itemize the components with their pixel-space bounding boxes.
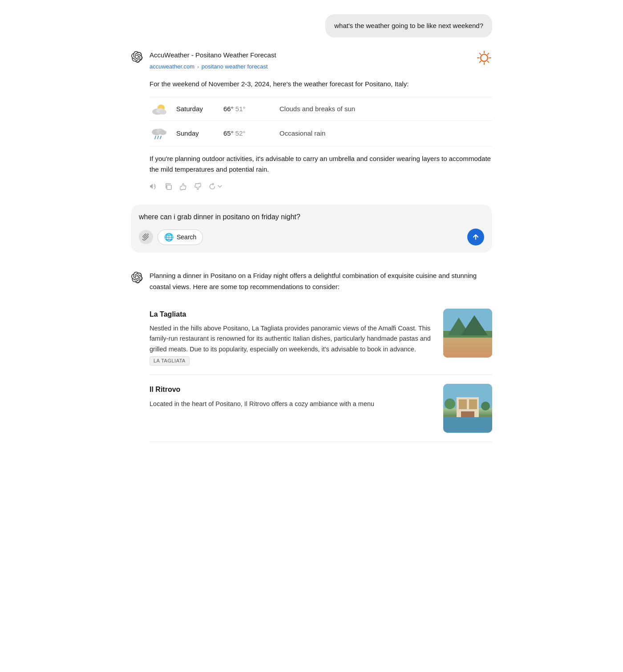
paperclip-icon: [142, 233, 150, 241]
speaker-icon: [150, 182, 158, 190]
saturday-weather-icon: [150, 102, 169, 116]
source-domain[interactable]: accuweather.com: [150, 62, 194, 72]
svg-point-28: [465, 345, 470, 349]
svg-line-7: [487, 53, 489, 55]
openai-logo-icon: [131, 51, 143, 63]
source-page[interactable]: positano weather forecast: [202, 62, 268, 72]
saturday-day: Saturday: [176, 104, 216, 114]
weather-row-saturday: Saturday 66° 51° Clouds and breaks of su…: [150, 97, 492, 121]
sunday-high: 65°: [223, 129, 234, 137]
svg-rect-26: [452, 348, 483, 350]
sunday-low: 52°: [235, 129, 246, 137]
refresh-icon: [209, 183, 216, 190]
restaurant-card-la-tagliata: La Tagliata Nestled in the hills above P…: [150, 300, 492, 375]
il-ritrovo-description: Located in the heart of Positano, Il Rit…: [150, 399, 435, 409]
svg-point-15: [159, 130, 166, 135]
weather-row-sunday: Sunday 65° 52° Occasional rain: [150, 121, 492, 146]
svg-line-16: [155, 136, 156, 139]
sun-weather-icon: [476, 50, 492, 66]
user-message-1-row: what's the weather going to be like next…: [131, 14, 492, 37]
svg-line-17: [158, 136, 158, 139]
copy-button[interactable]: [165, 183, 172, 190]
svg-rect-19: [167, 185, 171, 189]
svg-line-6: [487, 61, 489, 62]
weather-intro-text: For the weekend of November 2-3, 2024, h…: [150, 79, 492, 90]
rainy-icon: [150, 125, 168, 141]
weather-response-content: AccuWeather - Positano Weather Forecast …: [150, 50, 492, 190]
svg-rect-23: [443, 344, 492, 358]
assistant-avatar-1: [131, 51, 143, 63]
thumbs-up-button[interactable]: [179, 183, 187, 190]
thumbs-down-icon: [194, 183, 202, 190]
weather-advice-text: If you're planning outdoor activities, i…: [150, 153, 492, 176]
dinner-response-content: Planning a dinner in Positano on a Frida…: [150, 270, 492, 442]
user-message-1-bubble: what's the weather going to be like next…: [325, 14, 492, 37]
thumbs-up-icon: [179, 183, 187, 190]
input-area[interactable]: where can i grab dinner in positano on f…: [131, 205, 492, 253]
dinner-response-block: Planning a dinner in Positano on a Frida…: [131, 270, 492, 442]
il-ritrovo-illustration: [443, 384, 492, 433]
sunday-temps: 65° 52°: [223, 128, 272, 139]
user-message-1-text: what's the weather going to be like next…: [334, 22, 483, 29]
il-ritrovo-info: Il Ritrovo Located in the heart of Posit…: [150, 384, 435, 433]
regenerate-button[interactable]: [209, 183, 222, 190]
sunday-day: Sunday: [176, 128, 216, 139]
sunday-weather-icon: [150, 125, 169, 141]
copy-icon: [165, 183, 172, 190]
svg-line-8: [480, 61, 481, 62]
weather-action-row: [150, 182, 492, 190]
search-button-label: Search: [177, 233, 196, 241]
svg-rect-37: [443, 417, 492, 433]
la-tagliata-description: Nestled in the hills above Positano, La …: [150, 323, 435, 366]
weather-response-block: AccuWeather - Positano Weather Forecast …: [131, 50, 492, 190]
source-card: AccuWeather - Positano Weather Forecast …: [150, 50, 492, 72]
thumbs-down-button[interactable]: [194, 183, 202, 190]
la-tagliata-name: La Tagliata: [150, 309, 435, 320]
openai-logo-icon-2: [131, 271, 143, 284]
saturday-temps: 66° 51°: [223, 104, 272, 114]
source-title: AccuWeather - Positano Weather Forecast: [150, 50, 276, 60]
svg-point-27: [457, 345, 461, 350]
search-button[interactable]: 🌐 Search: [158, 229, 203, 245]
speaker-button[interactable]: [150, 182, 158, 190]
dinner-intro-text: Planning a dinner in Positano on a Frida…: [150, 270, 492, 293]
input-bottom-row: 🌐 Search: [139, 229, 484, 245]
saturday-low: 51°: [235, 105, 246, 113]
input-text[interactable]: where can i grab dinner in positano on f…: [139, 212, 484, 222]
assistant-avatar-2: [131, 271, 143, 284]
breadcrumb-chevron: ›: [197, 63, 199, 71]
saturday-high: 66°: [223, 105, 234, 113]
svg-point-35: [445, 398, 455, 409]
svg-point-12: [159, 109, 166, 114]
restaurant-card-il-ritrovo: Il Ritrovo Located in the heart of Posit…: [150, 375, 492, 442]
sunday-description: Occasional rain: [279, 128, 325, 139]
svg-line-5: [480, 53, 481, 55]
chevron-down-icon: [217, 184, 222, 189]
il-ritrovo-name: Il Ritrovo: [150, 384, 435, 395]
svg-rect-22: [443, 338, 492, 349]
la-tagliata-illustration: [443, 309, 492, 358]
send-button[interactable]: [467, 229, 484, 245]
la-tagliata-tag: LA TAGLIATA: [150, 356, 190, 366]
page-wrapper: what's the weather going to be like next…: [120, 0, 503, 483]
svg-point-0: [481, 54, 488, 61]
attach-button[interactable]: [139, 230, 153, 244]
svg-point-29: [474, 345, 479, 350]
source-info: AccuWeather - Positano Weather Forecast …: [150, 50, 276, 72]
il-ritrovo-image: [443, 384, 492, 433]
svg-point-36: [481, 402, 490, 410]
saturday-description: Clouds and breaks of sun: [279, 104, 355, 114]
la-tagliata-image: [443, 309, 492, 358]
input-left-controls: 🌐 Search: [139, 229, 203, 245]
svg-rect-32: [459, 399, 467, 409]
send-icon: [472, 233, 480, 241]
globe-icon: 🌐: [164, 233, 174, 242]
svg-line-18: [160, 136, 161, 139]
source-breadcrumb[interactable]: accuweather.com › positano weather forec…: [150, 62, 276, 72]
la-tagliata-info: La Tagliata Nestled in the hills above P…: [150, 309, 435, 366]
partly-cloudy-icon: [150, 102, 168, 116]
weather-table: Saturday 66° 51° Clouds and breaks of su…: [150, 97, 492, 146]
svg-rect-33: [469, 399, 477, 409]
